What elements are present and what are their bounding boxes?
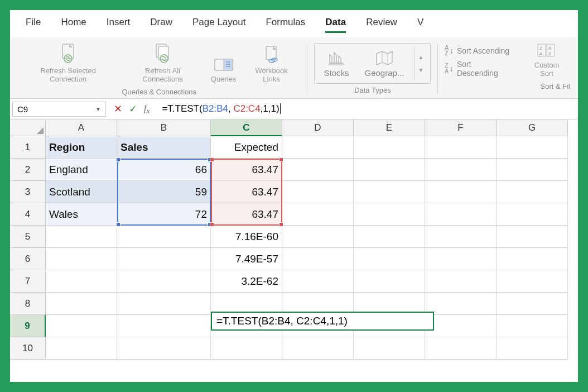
tab-review[interactable]: Review [366,17,397,33]
sort-descending-button[interactable]: ZA↓ Sort Descending [445,60,514,78]
workbook-links-button[interactable]: Workbook Links [243,43,301,85]
cell-A1[interactable]: Region [46,136,117,159]
col-header-C[interactable]: C [211,119,282,136]
cell-B6[interactable] [117,248,211,270]
cell-C3[interactable]: 63.47 [211,181,282,203]
row-header-6[interactable]: 6 [10,248,46,270]
cell-A9[interactable] [46,315,117,337]
cell-D1[interactable] [282,136,354,159]
cell-B9[interactable] [117,315,211,337]
cell-F5[interactable] [425,226,497,248]
cell-E6[interactable] [354,248,425,270]
cell-D7[interactable] [282,270,354,293]
formula-input[interactable]: =T.TEST(B2:B4, C2:C4,1,1) [157,101,576,117]
cancel-button[interactable]: ✕ [114,103,122,115]
cell-G10[interactable] [497,337,568,360]
cell-F2[interactable] [425,159,497,181]
row-header-3[interactable]: 3 [10,181,46,203]
sort-ascending-button[interactable]: AZ↓ Sort Ascending [445,45,514,56]
cell-E3[interactable] [354,181,425,203]
cell-E4[interactable] [354,203,425,226]
col-header-G[interactable]: G [497,119,568,136]
refresh-selected-button[interactable]: Refresh Selected Connection [18,41,118,85]
cell-C2[interactable]: 63.47 [211,159,282,181]
cell-E2[interactable] [354,159,425,181]
tab-file[interactable]: File [26,17,41,33]
stocks-button[interactable]: Stocks [318,46,354,81]
cell-C6[interactable]: 7.49E-57 [211,248,282,270]
cell-F8[interactable] [425,293,497,315]
row-header-9[interactable]: 9 [10,315,46,337]
cell-G7[interactable] [497,270,568,293]
row-header-10[interactable]: 10 [10,337,46,360]
cell-D3[interactable] [282,181,354,203]
cell-B4[interactable]: 72 [117,203,211,226]
cell-C10[interactable] [211,337,282,360]
cell-B1[interactable]: Sales [117,136,211,159]
cell-E7[interactable] [354,270,425,293]
data-types-more[interactable]: ▲ ▼ [414,47,427,80]
cell-F3[interactable] [425,181,497,203]
cell-C7[interactable]: 3.2E-62 [211,270,282,293]
cell-D6[interactable] [282,248,354,270]
cell-A7[interactable] [46,270,117,293]
cell-G1[interactable] [497,136,568,159]
row-header-5[interactable]: 5 [10,226,46,248]
queries-button[interactable]: Queries [207,55,240,85]
cell-B2[interactable]: 66 [117,159,211,181]
col-header-F[interactable]: F [425,119,497,136]
cell-G6[interactable] [497,248,568,270]
enter-button[interactable]: ✓ [129,103,137,115]
cell-F4[interactable] [425,203,497,226]
cell-D2[interactable] [282,159,354,181]
cell-B5[interactable] [117,226,211,248]
cell-A3[interactable]: Scotland [46,181,117,203]
col-header-B[interactable]: B [117,119,211,136]
select-all-corner[interactable] [10,119,46,136]
cell-G8[interactable] [497,293,568,315]
cell-B8[interactable] [117,293,211,315]
col-header-A[interactable]: A [46,119,117,136]
fx-button[interactable]: fx [144,102,150,116]
cell-F1[interactable] [425,136,497,159]
cell-G5[interactable] [497,226,568,248]
cell-G9[interactable] [497,315,568,337]
cell-F9[interactable] [425,315,497,337]
cell-A5[interactable] [46,226,117,248]
cell-A8[interactable] [46,293,117,315]
cell-A4[interactable]: Wales [46,203,117,226]
col-header-E[interactable]: E [354,119,425,136]
cell-E10[interactable] [354,337,425,360]
cell-B7[interactable] [117,270,211,293]
name-box[interactable]: C9 ▼ [12,102,106,117]
cell-A2[interactable]: England [46,159,117,181]
cell-edit-overlay[interactable]: =T.TEST(B2:B4, C2:C4,1,1) [211,312,434,331]
tab-page-layout[interactable]: Page Layout [192,17,245,33]
cell-G4[interactable] [497,203,568,226]
cell-B10[interactable] [117,337,211,360]
cell-G3[interactable] [497,181,568,203]
spreadsheet-grid[interactable]: A B C D E F G 1 2 3 4 5 6 7 8 9 10 Regio… [10,119,578,382]
tab-formulas[interactable]: Formulas [266,17,305,33]
row-header-1[interactable]: 1 [10,136,46,159]
cell-B3[interactable]: 59 [117,181,211,203]
cell-C1[interactable]: Expected [211,136,282,159]
cell-D10[interactable] [282,337,354,360]
tab-data[interactable]: Data [325,17,346,33]
geography-button[interactable]: Geograp... [359,46,410,81]
cell-D4[interactable] [282,203,354,226]
cell-A10[interactable] [46,337,117,360]
tab-view[interactable]: V [417,17,423,33]
cell-D5[interactable] [282,226,354,248]
custom-sort-button[interactable]: ZAAZ Custom Sort [523,41,570,80]
cell-E5[interactable] [354,226,425,248]
cell-A6[interactable] [46,248,117,270]
row-header-2[interactable]: 2 [10,159,46,181]
cell-E1[interactable] [354,136,425,159]
tab-insert[interactable]: Insert [107,17,131,33]
cell-C5[interactable]: 7.16E-60 [211,226,282,248]
cell-F7[interactable] [425,270,497,293]
cell-F6[interactable] [425,248,497,270]
refresh-all-button[interactable]: Refresh All Connections [121,41,204,85]
col-header-D[interactable]: D [282,119,354,136]
